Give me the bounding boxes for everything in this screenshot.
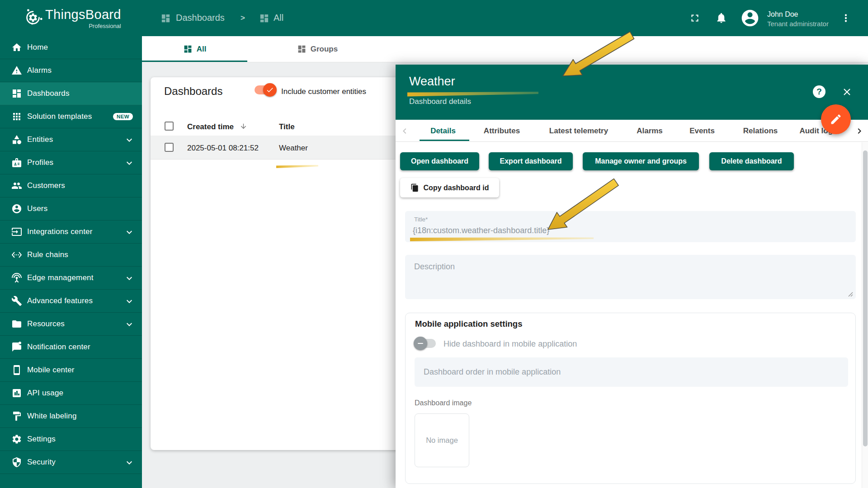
dashboard-details-panel: Weather Dashboard details ? Details Attr… [396, 65, 868, 488]
select-all-checkbox[interactable] [165, 122, 174, 131]
tab-attributes[interactable]: Attributes [484, 120, 520, 142]
sidebar-item-integrations-center[interactable]: Integrations center [0, 221, 142, 244]
open-dashboard-button[interactable]: Open dashboard [400, 152, 479, 170]
tab-details[interactable]: Details [430, 120, 456, 142]
minus-icon [418, 343, 423, 344]
smartphone-icon [11, 365, 22, 375]
no-image-placeholder[interactable]: No image [415, 413, 469, 467]
title-field-label: Title* [414, 216, 428, 223]
tab-scroll-right-icon[interactable] [854, 126, 865, 136]
breadcrumb-separator: > [241, 14, 245, 23]
user-name: John Doe [767, 10, 798, 19]
toggle-label: Include customer entities [281, 87, 366, 96]
include-customer-entities-toggle[interactable] [255, 83, 275, 97]
manage-owner-groups-button[interactable]: Manage owner and groups [583, 152, 699, 170]
help-icon[interactable]: ? [813, 85, 826, 98]
tab-scroll-left-icon[interactable] [399, 126, 410, 136]
panel-title: Weather [409, 75, 455, 89]
notification-chat-icon [11, 342, 22, 352]
dashboards-icon [160, 13, 171, 23]
sidebar-item-notification-center[interactable]: Notification center [0, 336, 142, 359]
person-circle-icon [11, 203, 22, 214]
copy-dashboard-id-button[interactable]: Copy dashboard id [400, 178, 499, 197]
details-active-tab-indicator [420, 140, 469, 141]
edit-fab-button[interactable] [821, 104, 851, 134]
tab-latest-telemetry[interactable]: Latest telemetry [549, 120, 608, 142]
sidebar-item-profiles[interactable]: Profiles [0, 151, 142, 174]
logo-title: ThingsBoard [45, 7, 121, 22]
avatar[interactable] [740, 8, 760, 28]
chevron-down-icon [124, 457, 135, 468]
sidebar-item-settings[interactable]: Settings [0, 428, 142, 451]
description-field[interactable] [405, 255, 856, 299]
new-badge: NEW [113, 113, 133, 120]
sidebar-item-alarms[interactable]: Alarms [0, 59, 142, 82]
close-icon[interactable] [841, 86, 853, 98]
row-checkbox[interactable] [165, 143, 174, 152]
sidebar-item-users[interactable]: Users [0, 197, 142, 221]
hide-dashboard-toggle-label: Hide dashboard in mobile application [443, 339, 577, 349]
cell-created-time: 2025-05-01 08:21:52 [187, 144, 259, 153]
tab-relations[interactable]: Relations [743, 120, 778, 142]
sidebar-item-customers[interactable]: Customers [0, 174, 142, 197]
alarm-warning-icon [11, 65, 22, 76]
tab-all[interactable]: All [142, 36, 247, 62]
more-vert-menu-button[interactable] [840, 12, 852, 24]
paint-icon [11, 411, 22, 422]
export-dashboard-button[interactable]: Export dashboard [489, 152, 573, 170]
sidebar-item-api-usage[interactable]: API usage [0, 382, 142, 405]
copy-icon [410, 183, 419, 192]
entity-group-tabbar: All Groups [142, 36, 868, 62]
title-field[interactable]: Title* {i18n:custom.weather-dashboard.ti… [405, 211, 856, 242]
tabbar-divider [396, 141, 868, 142]
details-tabbar: Details Attributes Latest telemetry Alar… [396, 120, 868, 142]
dashboard-group-icon [297, 44, 307, 54]
chevron-down-icon [124, 296, 135, 307]
dashboard-order-field[interactable] [415, 357, 848, 387]
tab-events[interactable]: Events [689, 120, 715, 142]
fullscreen-button[interactable] [689, 12, 701, 24]
dashboard-order-input[interactable] [415, 357, 848, 387]
rule-chain-icon [11, 249, 22, 260]
sidebar-item-dashboards[interactable]: Dashboards [0, 82, 142, 105]
dashboards-icon [183, 44, 193, 54]
chevron-down-icon [124, 273, 135, 284]
sidebar-item-mobile-center[interactable]: Mobile center [0, 359, 142, 382]
sidebar-item-home[interactable]: Home [0, 36, 142, 59]
notifications-bell-button[interactable] [715, 12, 727, 24]
mobile-application-settings-card: Mobile application settings Hide dashboa… [405, 313, 856, 484]
sidebar-item-security[interactable]: Security [0, 451, 142, 474]
panel-scrollbar-track[interactable] [862, 142, 868, 488]
delete-dashboard-button[interactable]: Delete dashboard [709, 152, 794, 170]
hide-dashboard-toggle[interactable] [415, 337, 436, 350]
logo[interactable]: ThingsBoard Professional [45, 7, 121, 29]
sidebar-item-edge-management[interactable]: Edge management [0, 267, 142, 290]
description-textarea[interactable] [405, 255, 856, 299]
chevron-down-icon [124, 158, 135, 169]
column-header-created-time[interactable]: Created time [187, 122, 234, 131]
resize-handle-icon[interactable] [848, 292, 853, 297]
folder-icon [11, 319, 22, 329]
chart-box-icon [11, 388, 22, 399]
chevron-down-icon [124, 319, 135, 330]
sidebar-item-rule-chains[interactable]: Rule chains [0, 244, 142, 267]
breadcrumb-all[interactable]: All [274, 13, 283, 23]
thingsboard-logo-icon [23, 7, 43, 30]
breadcrumb-dashboards[interactable]: Dashboards [176, 13, 225, 23]
sort-arrow-down-icon[interactable] [240, 122, 247, 130]
profile-badge-icon [11, 157, 22, 168]
sidebar-item-advanced-features[interactable]: Advanced features [0, 290, 142, 313]
tab-groups[interactable]: Groups [247, 36, 387, 62]
people-icon [11, 180, 22, 191]
column-header-title[interactable]: Title [279, 122, 295, 131]
apps-grid-icon [11, 111, 22, 122]
sidebar-item-entities[interactable]: Entities [0, 128, 142, 151]
sidebar-item-solution-templates[interactable]: Solution templatesNEW [0, 105, 142, 128]
sidebar-item-resources[interactable]: Resources [0, 313, 142, 336]
home-icon [11, 42, 22, 53]
dashboard-group-icon [259, 13, 269, 23]
sidebar-item-white-labeling[interactable]: White labeling [0, 405, 142, 428]
cell-title[interactable]: Weather [279, 144, 308, 153]
tab-alarms[interactable]: Alarms [637, 120, 663, 142]
panel-scrollbar-thumb[interactable] [863, 150, 868, 446]
